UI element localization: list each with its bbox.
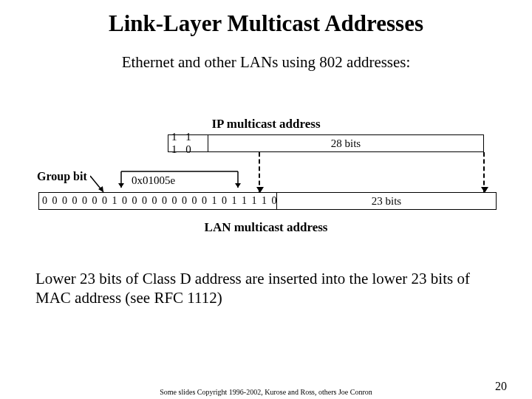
footer-copyright: Some slides Copyright 1996-2002, Kurose …: [0, 388, 532, 396]
page-number: 20: [495, 380, 507, 393]
slide-title: Link-Layer Multicast Addresses: [0, 10, 532, 37]
svg-marker-6: [235, 183, 241, 188]
body-text: Lower 23 bits of Class D address are ins…: [35, 269, 501, 308]
mapping-arrow-right: [483, 152, 485, 192]
ip-prefix-bits: 1 1 1 0: [168, 135, 208, 151]
slide-subtitle: Ethernet and other LANs using 802 addres…: [0, 53, 532, 72]
lan-prefix-bits: 0 0 0 0 0 0 0 1 0 0 0 0 0 0 0 0 0 1 0 1 …: [39, 193, 277, 209]
hex-arrow: [117, 167, 242, 194]
lan-multicast-label: LAN multicast address: [0, 220, 532, 235]
group-bit-label: Group bit: [37, 170, 87, 183]
ip-address-box: 1 1 1 0 28 bits: [168, 134, 484, 152]
lan-address-box: 0 0 0 0 0 0 0 1 0 0 0 0 0 0 0 0 0 1 0 1 …: [38, 192, 497, 210]
svg-marker-5: [118, 183, 124, 188]
ip-rest-label: 28 bits: [208, 135, 483, 151]
ip-multicast-label: IP multicast address: [0, 117, 532, 132]
slide: Link-Layer Multicast Addresses Ethernet …: [0, 10, 532, 399]
mapping-arrow-left: [259, 152, 260, 192]
lan-rest-label: 23 bits: [277, 193, 496, 209]
